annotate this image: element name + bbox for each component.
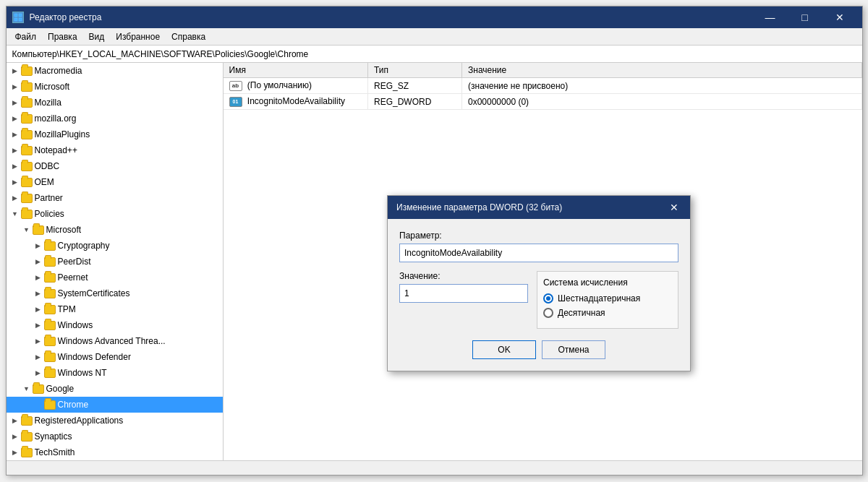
folder-icon-systemcerts xyxy=(44,289,56,298)
radio-decimal-btn[interactable] xyxy=(543,308,553,318)
ab-icon: ab xyxy=(229,81,242,91)
row-name-incognito: 01 IncognitoModeAvailability xyxy=(224,94,368,110)
expander-ms-policies[interactable]: ▼ xyxy=(21,224,33,236)
expander-mozilla-org[interactable]: ▶ xyxy=(9,113,21,124)
tree-item-partner[interactable]: ▶ Partner xyxy=(7,190,223,206)
expander-windows[interactable]: ▶ xyxy=(33,319,44,331)
row-type-incognito: REG_DWORD xyxy=(368,94,462,110)
tree-item-peerdist[interactable]: ▶ PeerDist xyxy=(7,254,223,270)
menu-help[interactable]: Справка xyxy=(166,28,211,45)
tree-item-macromedia[interactable]: ▶ Macromedia xyxy=(7,63,223,79)
dialog-title: Изменение параметра DWORD (32 бита) xyxy=(396,202,562,212)
expander-odbc[interactable]: ▶ xyxy=(9,160,21,172)
tree-item-techsmith[interactable]: ▶ TechSmith xyxy=(7,444,223,460)
tree-item-mozilla[interactable]: ▶ Mozilla xyxy=(7,95,223,111)
table-row[interactable]: 01 IncognitoModeAvailability REG_DWORD 0… xyxy=(224,94,862,110)
expander-systemcerts[interactable]: ▶ xyxy=(33,288,44,299)
folder-icon-partner xyxy=(21,194,33,203)
address-bar: Компьютер\HKEY_LOCAL_MACHINE\SOFTWARE\Po… xyxy=(7,46,862,63)
dialog-close-button[interactable]: ✕ xyxy=(667,200,681,215)
label-mozilla: Mozilla xyxy=(35,98,61,108)
close-button[interactable]: ✕ xyxy=(823,7,856,28)
expander-partner[interactable]: ▶ xyxy=(9,192,21,204)
tree-item-mozilla-plugins[interactable]: ▶ MozillaPlugins xyxy=(7,126,223,142)
label-win-defender: Windows Defender xyxy=(58,352,131,362)
registry-tree[interactable]: ▶ Macromedia ▶ Microsoft ▶ Mozilla xyxy=(7,63,224,460)
label-policies: Policies xyxy=(35,209,64,219)
expander-google[interactable]: ▼ xyxy=(21,383,33,395)
tree-item-win-defender[interactable]: ▶ Windows Defender xyxy=(7,349,223,365)
expander-synaptics[interactable]: ▶ xyxy=(9,431,21,442)
minimize-button[interactable]: — xyxy=(754,7,787,28)
expander-win-defender[interactable]: ▶ xyxy=(33,351,44,363)
window-title: Редактор реестра xyxy=(30,12,754,22)
label-mozilla-plugins: MozillaPlugins xyxy=(35,129,90,139)
folder-icon-win-adv-threat xyxy=(44,337,56,346)
tree-item-ms-policies[interactable]: ▼ Microsoft xyxy=(7,222,223,238)
radio-hex-btn[interactable] xyxy=(543,293,553,304)
tree-item-synaptics[interactable]: ▶ Synaptics xyxy=(7,429,223,444)
tree-item-oem[interactable]: ▶ OEM xyxy=(7,174,223,190)
label-partner: Partner xyxy=(35,193,63,203)
label-google: Google xyxy=(46,384,75,394)
expander-peerdist[interactable]: ▶ xyxy=(33,256,44,267)
expander-cryptography[interactable]: ▶ xyxy=(33,240,44,251)
tree-item-win-nt[interactable]: ▶ Windows NT xyxy=(7,365,223,381)
menu-file[interactable]: Файл xyxy=(9,28,43,45)
tree-item-tpm[interactable]: ▶ TPM xyxy=(7,301,223,317)
numbase-title: Система исчисления xyxy=(543,277,672,288)
table-row[interactable]: ab (По умолчанию) REG_SZ (значение не пр… xyxy=(224,78,862,94)
radio-decimal[interactable]: Десятичная xyxy=(543,308,672,318)
label-techsmith: TechSmith xyxy=(35,447,75,457)
tree-item-chrome[interactable]: ▶ Chrome xyxy=(7,397,223,413)
expander-mozilla[interactable]: ▶ xyxy=(9,97,21,108)
value-input[interactable] xyxy=(399,284,528,303)
tree-item-microsoft[interactable]: ▶ Microsoft xyxy=(7,79,223,95)
tree-item-notepad[interactable]: ▶ Notepad++ xyxy=(7,142,223,158)
value-label: Значение: xyxy=(399,271,528,281)
tree-item-google[interactable]: ▼ Google xyxy=(7,381,223,397)
expander-win-adv-threat[interactable]: ▶ xyxy=(33,335,44,347)
folder-icon-win-nt xyxy=(44,369,56,378)
folder-icon-mozilla xyxy=(21,98,33,108)
label-mozilla-org: mozilla.org xyxy=(35,113,77,124)
ok-button[interactable]: OK xyxy=(472,340,536,359)
maximize-button[interactable]: □ xyxy=(788,7,822,28)
label-oem: OEM xyxy=(35,177,54,187)
param-input[interactable] xyxy=(399,244,678,262)
expander-tpm[interactable]: ▶ xyxy=(33,304,44,315)
expander-policies[interactable]: ▼ xyxy=(9,208,21,220)
folder-icon-macromedia xyxy=(21,66,33,76)
expander-oem[interactable]: ▶ xyxy=(9,176,21,188)
radio-hex[interactable]: Шестнадцатеричная xyxy=(543,293,672,304)
tree-item-reg-apps[interactable]: ▶ RegisteredApplications xyxy=(7,413,223,429)
radio-hex-label: Шестнадцатеричная xyxy=(558,293,640,304)
cancel-button[interactable]: Отмена xyxy=(542,340,605,359)
folder-icon-mozilla-org xyxy=(21,114,33,124)
label-peerdist: PeerDist xyxy=(58,257,91,267)
menu-favorites[interactable]: Избранное xyxy=(110,28,166,45)
menu-edit[interactable]: Правка xyxy=(42,28,83,45)
tree-item-systemcerts[interactable]: ▶ SystemCertificates xyxy=(7,285,223,301)
tree-item-peernet[interactable]: ▶ Peernet xyxy=(7,270,223,285)
value-section: Значение: xyxy=(399,271,528,329)
tree-item-windows[interactable]: ▶ Windows xyxy=(7,317,223,333)
expander-macromedia[interactable]: ▶ xyxy=(9,65,21,77)
tree-item-policies[interactable]: ▼ Policies xyxy=(7,206,223,222)
tree-item-win-adv-threat[interactable]: ▶ Windows Advanced Threa... xyxy=(7,333,223,349)
expander-techsmith[interactable]: ▶ xyxy=(9,447,21,458)
expander-mozilla-plugins[interactable]: ▶ xyxy=(9,129,21,140)
expander-microsoft[interactable]: ▶ xyxy=(9,81,21,92)
tree-item-mozilla-org[interactable]: ▶ mozilla.org xyxy=(7,111,223,126)
expander-win-nt[interactable]: ▶ xyxy=(33,367,44,379)
expander-reg-apps[interactable]: ▶ xyxy=(9,415,21,426)
expander-peernet[interactable]: ▶ xyxy=(33,272,44,283)
tree-item-odbc[interactable]: ▶ ODBC xyxy=(7,158,223,174)
expander-notepad[interactable]: ▶ xyxy=(9,145,21,156)
menu-view[interactable]: Вид xyxy=(83,28,111,45)
label-tpm: TPM xyxy=(58,304,76,314)
folder-icon-ms-policies xyxy=(33,225,44,235)
window-controls: — □ ✕ xyxy=(754,7,856,28)
label-odbc: ODBC xyxy=(35,161,60,171)
tree-item-cryptography[interactable]: ▶ Cryptography xyxy=(7,238,223,254)
